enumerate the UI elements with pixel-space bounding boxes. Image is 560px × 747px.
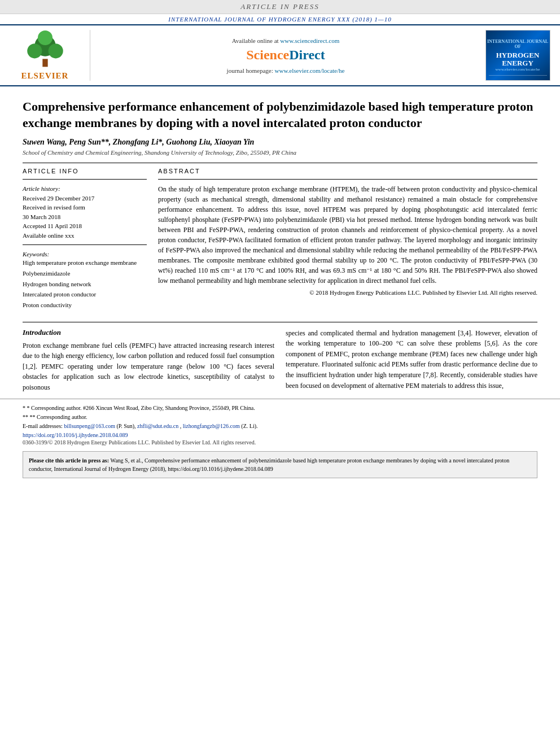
keyword-2: Polybenzimidazole: [23, 268, 147, 279]
sciencedirect-info: Available online at www.sciencedirect.co…: [90, 30, 481, 81]
abstract-heading: ABSTRACT: [158, 168, 537, 174]
email-link-3[interactable]: lizhongfangzb@126.com: [183, 423, 240, 429]
available-online-label: Available online at: [232, 37, 279, 44]
journal-cover-sub: www.elsevier.com/locate/he: [496, 67, 540, 72]
intro-left-text: Proton exchange membrane fuel cells (PEM…: [23, 340, 274, 393]
keywords-label: Keywords:: [23, 251, 147, 257]
keyword-5: Proton conductivity: [23, 300, 147, 311]
direct-text: Direct: [289, 47, 325, 62]
accepted-date: Accepted 11 April 2018: [23, 221, 147, 231]
introduction-two-col: Introduction Proton exchange membrane fu…: [23, 328, 537, 393]
keyword-1: High temperature proton exchange membran…: [23, 257, 147, 268]
header-area: ELSEVIER Available online at www.science…: [0, 25, 560, 86]
divider-keywords: [23, 244, 147, 245]
article-info-column: ARTICLE INFO Article history: Received 2…: [23, 168, 147, 310]
available-online: Available online xxx: [23, 231, 147, 241]
email-label: E-mail addresses:: [23, 423, 63, 429]
copyright-line: © 2018 Hydrogen Energy Publications LLC.…: [158, 289, 537, 296]
article-history: Article history: Received 29 December 20…: [23, 184, 147, 240]
email-link-2[interactable]: zhfli@sdut.edu.cn: [137, 423, 178, 429]
svg-rect-0: [42, 59, 47, 67]
journal-homepage: journal homepage: www.elsevier.com/locat…: [227, 67, 345, 74]
authors-line: Suwen Wang, Peng Sun**, Zhongfang Li*, G…: [23, 138, 537, 147]
svg-point-3: [48, 43, 63, 58]
divider-abstract: [158, 179, 537, 180]
journal-cover-main: HYDROGEN ENERGY: [496, 51, 540, 68]
keyword-4: Intercalated proton conductor: [23, 289, 147, 300]
email-name-3: (Z. Li).: [241, 423, 257, 429]
journal-cover-title: INTERNATIONAL JOURNAL OF: [486, 39, 550, 50]
footnote-corresponding-1: * * Corresponding author. #266 Xincun We…: [23, 404, 537, 413]
available-online-text: Available online at www.sciencedirect.co…: [232, 37, 340, 44]
affiliation-line: School of Chemistry and Chemical Enginee…: [23, 149, 537, 156]
article-info-heading: ARTICLE INFO: [23, 168, 147, 174]
footnote-corresponding-2: ** ** Corresponding author.: [23, 413, 537, 422]
revised-label: Received in revised form: [23, 203, 147, 212]
divider-1: [23, 163, 537, 163]
science-text: Science: [246, 47, 289, 62]
paper-content: Comprehensive performance enhancement of…: [0, 86, 560, 316]
issn-line: 0360-3199/© 2018 Hydrogen Energy Publica…: [23, 439, 537, 445]
keyword-3: Hydrogen bonding network: [23, 279, 147, 290]
svg-point-4: [37, 30, 52, 45]
elsevier-logo-area: ELSEVIER: [6, 30, 90, 81]
elsevier-label: ELSEVIER: [21, 71, 69, 81]
revised-date: 30 March 2018: [23, 212, 147, 222]
intro-right-col: species and complicated thermal and hydr…: [286, 328, 537, 393]
citation-please-label: Please cite this article in press as:: [29, 457, 111, 464]
keywords-list: High temperature proton exchange membran…: [23, 257, 147, 310]
intro-right-text: species and complicated thermal and hydr…: [286, 328, 537, 391]
footnotes-area: * * Corresponding author. #266 Xincun We…: [0, 399, 560, 445]
email-name-1: (P. Sun),: [116, 423, 135, 429]
received-date: Received 29 December 2017: [23, 194, 147, 203]
sciencedirect-url[interactable]: www.sciencedirect.com: [280, 37, 339, 44]
doi-line: https://doi.org/10.1016/j.ijhydene.2018.…: [23, 432, 537, 438]
history-label: Article history:: [23, 184, 147, 194]
article-in-press-banner: ARTICLE IN PRESS: [0, 0, 560, 14]
citation-box: Please cite this article in press as: Wa…: [23, 451, 537, 478]
body-content: Introduction Proton exchange membrane fu…: [0, 322, 560, 393]
journal-cover-area: INTERNATIONAL JOURNAL OF HYDROGEN ENERGY…: [481, 30, 554, 81]
svg-point-2: [27, 43, 42, 58]
journal-header-bar: INTERNATIONAL JOURNAL OF HYDROGEN ENERGY…: [0, 14, 560, 25]
intro-left-col: Introduction Proton exchange membrane fu…: [23, 328, 274, 393]
abstract-column: ABSTRACT On the study of high temperatur…: [158, 168, 537, 310]
divider-article-info: [23, 179, 147, 180]
asterisk-1: *: [23, 405, 27, 411]
journal-cover-image: INTERNATIONAL JOURNAL OF HYDROGEN ENERGY…: [485, 30, 550, 81]
intro-section-title: Introduction: [23, 328, 274, 337]
intro-divider: [23, 322, 537, 322]
elsevier-tree-icon: [17, 30, 73, 69]
sciencedirect-logo: ScienceDirect: [246, 47, 325, 63]
article-info-abstract: ARTICLE INFO Article history: Received 2…: [23, 168, 537, 310]
journal-homepage-url[interactable]: www.elsevier.com/locate/he: [275, 67, 345, 74]
corresponding-2-text: ** Corresponding author.: [30, 414, 88, 420]
email-link-1[interactable]: billsunpeng@163.com: [64, 423, 115, 429]
keywords-block: Keywords: High temperature proton exchan…: [23, 251, 147, 310]
corresponding-1-text: * Corresponding author. #266 Xincun West…: [27, 405, 255, 411]
journal-homepage-label: journal homepage:: [227, 67, 273, 74]
footnote-emails: E-mail addresses: billsunpeng@163.com (P…: [23, 422, 537, 431]
paper-title: Comprehensive performance enhancement of…: [23, 99, 537, 131]
asterisk-2: **: [23, 414, 30, 420]
doi-link[interactable]: https://doi.org/10.1016/j.ijhydene.2018.…: [23, 432, 128, 438]
abstract-text: On the study of high temperature proton …: [158, 184, 537, 286]
